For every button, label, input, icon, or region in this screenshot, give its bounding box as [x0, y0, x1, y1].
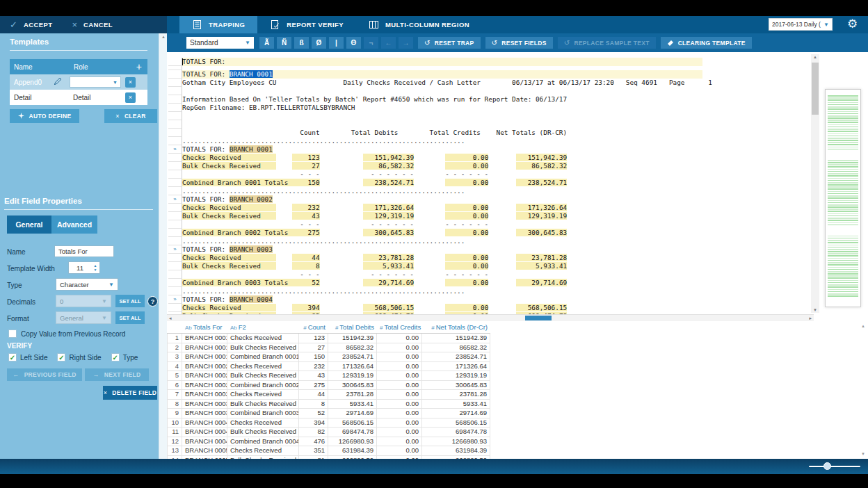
grid-column-header[interactable]: #Total Credits — [377, 322, 422, 333]
edit-pencil-icon[interactable] — [54, 78, 70, 86]
template-row-append[interactable]: Append0 Append ▼ × — [10, 74, 147, 90]
report-line[interactable]: ........................................… — [182, 237, 465, 245]
trap-line-input[interactable]: TOTALS FOR: — [182, 58, 702, 66]
grid-row[interactable]: 5BRANCH 0002Bulk Checks Received43129319… — [167, 371, 490, 381]
grid-row[interactable]: 13BRANCH 0005Checks Received351631984.39… — [167, 446, 490, 456]
scrollbar-thumb[interactable] — [525, 316, 552, 320]
grid-row[interactable]: 6BRANCH 0002Combined Branch 0002 Totals2… — [167, 381, 490, 391]
gutter-cell[interactable]: » — [168, 295, 182, 304]
gutter-cell[interactable] — [168, 87, 182, 95]
report-line[interactable]: Checks Received 123 151,942.39 0.00 151,… — [182, 154, 567, 162]
gutter-cell[interactable] — [168, 170, 182, 179]
gutter-cell[interactable] — [168, 162, 182, 170]
next-field-button[interactable]: → NEXT FIELD — [85, 368, 149, 381]
tab-general[interactable]: General — [7, 215, 51, 234]
previous-field-button[interactable]: ← PREVIOUS FIELD — [7, 368, 82, 381]
help-icon[interactable]: ? — [147, 296, 158, 307]
grid-row[interactable]: 9BRANCH 0003Combined Branch 0003 Totals5… — [167, 409, 490, 418]
grid-row[interactable]: 10BRANCH 0004Checks Received394568506.15… — [167, 418, 490, 428]
accept-button[interactable]: ✓ ACCEPT — [0, 16, 62, 33]
format-dropdown[interactable]: General ▼ — [56, 311, 111, 324]
gutter-cell[interactable] — [168, 120, 182, 129]
trap-char-button[interactable]: Θ — [346, 37, 361, 49]
auto-define-button[interactable]: AUTO DEFINE — [10, 109, 79, 123]
grid-scroll-up-icon[interactable]: ▲ — [861, 324, 865, 328]
delete-template-button[interactable]: × — [125, 92, 136, 103]
delete-template-button[interactable]: × — [125, 77, 136, 88]
gutter-cell[interactable] — [168, 270, 182, 279]
tab-trapping[interactable]: TRAPPING — [179, 16, 257, 33]
report-line[interactable]: RepGen Filename: EB.RPT.TELLERTOTALSBYBR… — [182, 104, 355, 112]
gutter-cell[interactable]: » — [168, 195, 182, 204]
report-line[interactable]: ........................................… — [182, 187, 465, 195]
gutter-cell[interactable] — [168, 104, 182, 112]
report-line[interactable]: Bulk Checks Received 27 86,582.32 0.00 8… — [182, 162, 567, 170]
grid-row[interactable]: 11BRANCH 0004Bulk Checks Received8269847… — [167, 428, 490, 437]
gutter-cell[interactable] — [168, 204, 182, 212]
gutter-cell[interactable] — [168, 58, 182, 66]
role-dropdown[interactable]: Append ▼ — [70, 76, 121, 88]
report-line[interactable]: TOTALS FOR: BRANCH 0001 — [182, 145, 273, 154]
reset-trap-button[interactable]: ↺ RESET TRAP — [418, 37, 481, 49]
report-date-dropdown[interactable]: 2017-06-13 Daily ( ▼ — [769, 18, 833, 31]
stepper-arrows[interactable]: ▲▼ — [91, 263, 99, 272]
tab-multi-column-region[interactable]: MULTI-COLUMN REGION — [356, 16, 482, 33]
gutter-cell[interactable] — [168, 254, 182, 262]
trap-nav-button[interactable]: ¬ — [364, 37, 378, 49]
sidebar-scrollbar[interactable]: ▲ — [159, 33, 167, 459]
grid-column-header[interactable]: #Count — [299, 322, 328, 333]
grid-column-header[interactable]: AbTotals For — [182, 322, 227, 333]
gutter-cell[interactable] — [168, 70, 182, 79]
scroll-right-icon[interactable]: ▸ — [809, 315, 812, 321]
gutter-cell[interactable] — [168, 137, 182, 145]
zoom-slider-knob[interactable] — [823, 462, 831, 470]
report-line[interactable]: Combined Branch 0001 Totals 150 238,524.… — [182, 179, 567, 187]
grid-row[interactable]: 12BRANCH 0004Combined Branch 0004 Totals… — [167, 437, 490, 447]
report-line[interactable]: - - - - - - - - - - - - - - - — [182, 270, 488, 279]
trap-char-button[interactable]: Ø — [312, 37, 326, 49]
add-template-button[interactable]: + — [128, 61, 147, 72]
gutter-cell[interactable] — [168, 212, 182, 220]
grid-row[interactable]: 8BRANCH 0003Bulk Checks Received85933.41… — [167, 400, 490, 409]
gutter-cell[interactable] — [168, 287, 182, 295]
grid-column-header[interactable]: AbF2 — [227, 322, 299, 333]
reset-fields-button[interactable]: ↺ RESET FIELDS — [485, 37, 553, 49]
replace-sample-text-button[interactable]: ↺ REPLACE SAMPLE TEXT — [558, 37, 656, 49]
report-line[interactable]: TOTALS FOR: BRANCH 0002 — [182, 195, 273, 204]
scroll-up-icon[interactable]: ▲ — [811, 55, 819, 59]
gutter-cell[interactable] — [168, 187, 182, 195]
set-all-decimals-button[interactable]: SET ALL — [115, 295, 145, 307]
gutter-cell[interactable] — [168, 304, 182, 312]
grid-column-header[interactable]: #Total Debits — [328, 322, 377, 333]
report-line[interactable]: TOTALS FOR: BRANCH 0004 — [182, 295, 273, 304]
report-line[interactable]: Bulk Checks Received 8 5,933.41 0.00 5,9… — [182, 262, 567, 270]
grid-row[interactable]: 7BRANCH 0003Checks Received4423781.280.0… — [167, 390, 490, 400]
trap-nav-button[interactable]: ← — [381, 37, 396, 49]
template-width-stepper[interactable]: 11 ▲▼ — [68, 261, 100, 274]
report-line[interactable]: Information Based On 'Teller Totals by B… — [182, 95, 567, 104]
gutter-cell[interactable] — [168, 112, 182, 120]
settings-gear-button[interactable]: ⚙ — [847, 17, 858, 32]
grid-column-header[interactable]: #Net Totals (Dr-Cr) — [422, 322, 490, 333]
gutter-cell[interactable] — [168, 179, 182, 187]
gutter-cell[interactable]: » — [168, 145, 182, 154]
report-vertical-scrollbar[interactable]: ▲ ▼ — [811, 54, 819, 313]
gutter-cell[interactable] — [168, 79, 182, 87]
set-all-format-button[interactable]: SET ALL — [115, 311, 145, 324]
scroll-left-icon[interactable]: ◂ — [169, 315, 172, 321]
scroll-up-icon[interactable]: ▲ — [159, 35, 168, 39]
gutter-cell[interactable] — [168, 220, 182, 229]
clear-button[interactable]: × CLEAR — [104, 109, 157, 123]
report-line[interactable]: Checks Received 394 568,506.15 0.00 568,… — [182, 304, 567, 312]
charset-dropdown[interactable]: Standard ▼ — [186, 37, 254, 49]
report-line[interactable]: Combined Branch 0002 Totals 275 300,645.… — [182, 229, 567, 237]
gutter-cell[interactable] — [168, 237, 182, 245]
verify-checkbox[interactable]: ✓ — [8, 353, 17, 361]
delete-field-button[interactable]: × DELETE FIELD — [103, 386, 157, 400]
report-line[interactable]: Count Total Debits Total Credits Net Tot… — [182, 129, 567, 137]
tab-report-verify[interactable]: REPORT VERIFY — [257, 16, 356, 33]
tab-advanced[interactable]: Advanced — [51, 215, 97, 234]
grid-row[interactable]: 4BRANCH 0002Checks Received232171326.640… — [167, 362, 490, 372]
grid-row[interactable]: 1BRANCH 0001Checks Received123151942.390… — [167, 334, 490, 343]
report-line[interactable]: Checks Received 44 23,781.28 0.00 23,781… — [182, 254, 567, 262]
